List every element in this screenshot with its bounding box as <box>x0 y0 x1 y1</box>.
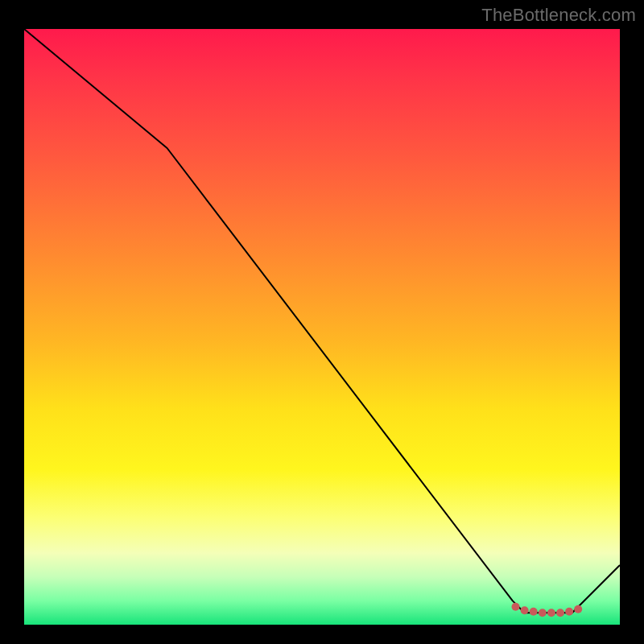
marker-dot <box>512 603 520 611</box>
series-line <box>24 29 620 613</box>
marker-dot <box>556 609 564 617</box>
marker-dot <box>547 609 555 617</box>
marker-dot <box>521 606 529 614</box>
marker-dot <box>530 608 538 616</box>
chart-stage: TheBottleneck.com <box>0 0 644 644</box>
watermark-text: TheBottleneck.com <box>481 5 636 26</box>
marker-dot <box>574 605 582 613</box>
plot-svg <box>24 29 620 625</box>
plot-area <box>24 29 620 625</box>
marker-dot <box>539 609 547 617</box>
marker-dot <box>565 608 573 616</box>
